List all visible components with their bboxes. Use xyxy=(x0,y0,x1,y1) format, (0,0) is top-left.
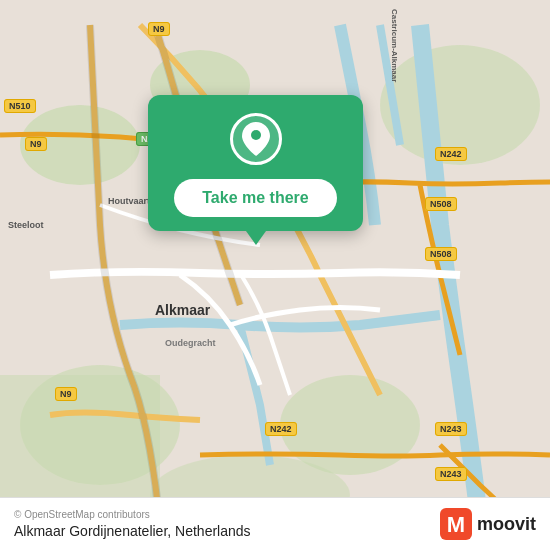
copyright-text: © OpenStreetMap contributors xyxy=(14,509,251,520)
road-badge-n9-mid: N9 xyxy=(25,133,47,151)
label-steeloot: Steeloot xyxy=(8,220,44,230)
map-container: N9 N510 N9 N245 N242 N508 N508 N9 N242 N… xyxy=(0,0,550,550)
popup-card: Take me there xyxy=(148,95,363,231)
street-label-oudegracht: Oudegracht xyxy=(165,338,216,348)
take-me-there-button[interactable]: Take me there xyxy=(174,179,336,217)
location-name: Alkmaar Gordijnenatelier, Netherlands xyxy=(14,523,251,539)
bottom-bar-left: © OpenStreetMap contributors Alkmaar Gor… xyxy=(14,509,251,539)
bottom-bar: © OpenStreetMap contributors Alkmaar Gor… xyxy=(0,497,550,550)
svg-point-4 xyxy=(280,375,420,475)
road-badge-n242-top: N242 xyxy=(435,143,467,161)
map-svg xyxy=(0,0,550,550)
road-badge-n242-bottom: N242 xyxy=(265,418,297,436)
road-badge-n243-2: N243 xyxy=(435,463,467,481)
road-badge-n243: N243 xyxy=(435,418,467,436)
road-badge-n510: N510 xyxy=(4,95,36,113)
svg-text:M: M xyxy=(447,512,465,537)
label-right-top: Castricum-Alkmaar xyxy=(390,9,399,82)
moovit-icon: M xyxy=(440,508,472,540)
road-badge-n508-2: N508 xyxy=(425,243,457,261)
moovit-logo: M moovit xyxy=(440,508,536,540)
road-badge-n508: N508 xyxy=(425,193,457,211)
city-label-alkmaar: Alkmaar xyxy=(155,302,210,318)
location-pin-icon xyxy=(230,113,282,165)
svg-point-8 xyxy=(251,130,261,140)
road-badge-n9-top: N9 xyxy=(148,18,170,36)
label-houtvaart: Houtvaart xyxy=(108,196,150,206)
road-badge-n9-bottom: N9 xyxy=(55,383,77,401)
moovit-brand-text: moovit xyxy=(477,514,536,535)
